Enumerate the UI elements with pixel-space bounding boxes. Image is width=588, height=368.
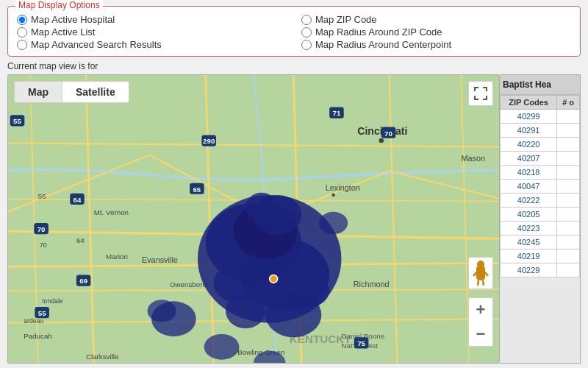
radio-advanced-search-label: Map Advanced Search Results [31,39,162,50]
count-cell [557,236,580,250]
table-row[interactable]: 40223 [501,222,580,236]
svg-text:64: 64 [76,236,85,244]
svg-line-79 [483,280,484,286]
svg-text:Lexington: Lexington [326,183,360,192]
count-cell [557,124,580,138]
table-row[interactable]: 40299 [501,110,580,124]
table-row[interactable]: 40207 [501,152,580,166]
radio-active-list[interactable]: Map Active List [17,26,287,38]
radio-zip-code[interactable]: Map ZIP Code [301,14,571,25]
count-cell [557,263,580,277]
svg-point-66 [319,212,348,234]
radio-zip-code-input[interactable] [301,15,312,25]
zoom-out-button[interactable]: − [468,322,493,347]
map-type-satellite-button[interactable]: Satellite [62,81,129,103]
pegman-button[interactable] [468,257,493,289]
table-row[interactable]: 40291 [501,124,580,138]
zip-code-cell[interactable]: 40299 [501,110,557,124]
svg-point-59 [265,292,321,337]
zip-code-cell[interactable]: 40223 [501,222,557,236]
zoom-in-button[interactable]: + [468,297,493,322]
zip-code-cell[interactable]: 40222 [501,194,557,208]
svg-text:71: 71 [333,109,341,117]
count-cell [557,222,580,236]
svg-text:64: 64 [74,196,82,204]
count-cell [557,152,580,166]
svg-text:Evansville: Evansville [142,255,178,264]
svg-line-76 [473,272,476,276]
map-type-map-button[interactable]: Map [14,81,62,103]
radio-radius-zip-input[interactable] [301,27,312,38]
radio-active-list-label: Map Active List [31,26,95,38]
zip-code-cell[interactable]: 40220 [501,138,557,152]
map-container[interactable]: Map Satellite [7,74,500,364]
svg-point-56 [245,193,277,222]
radio-active-hospital[interactable]: Map Active Hospital [17,14,287,25]
table-row[interactable]: 40205 [501,208,580,222]
map-svg: Cincinnati Mason Lexington Evansville Ow… [8,75,499,363]
svg-text:Paducah: Paducah [24,332,52,340]
zip-code-cell[interactable]: 40219 [501,250,557,263]
radio-radius-zip-label: Map Radius Around ZIP Code [315,26,442,38]
svg-text:70: 70 [40,241,47,249]
zip-code-cell[interactable]: 40207 [501,152,557,166]
radio-active-hospital-label: Map Active Hospital [31,14,115,25]
svg-text:69: 69 [79,277,87,285]
svg-text:Marion: Marion [106,252,128,261]
count-cell [557,194,580,208]
svg-text:65: 65 [193,185,201,194]
map-options-legend: Map Display Options [15,0,103,10]
expand-icon [474,87,487,100]
table-row[interactable]: 40218 [501,166,580,180]
radio-radius-zip[interactable]: Map Radius Around ZIP Code [301,26,571,38]
radio-radius-center-label: Map Radius Around Centerpoint [315,39,451,50]
main-content: Map Satellite [0,74,588,368]
svg-point-62 [148,300,176,322]
zip-codes-table: ZIP Codes # o 40299402914022040207402184… [500,95,580,277]
radio-active-hospital-input[interactable] [17,15,27,25]
svg-text:ardeau: ardeau [24,317,43,325]
map-options-grid: Map Active Hospital Map ZIP Code Map Act… [17,14,571,50]
svg-text:55: 55 [38,192,46,200]
current-map-view: Current map view is for [7,61,581,71]
table-row[interactable]: 40220 [501,138,580,152]
map-options-panel: Map Display Options Map Active Hospital … [7,6,581,57]
svg-text:70: 70 [37,225,46,233]
svg-text:Owensboro: Owensboro [170,280,207,289]
table-row[interactable]: 40229 [501,263,580,277]
svg-line-78 [478,280,478,286]
svg-point-60 [226,294,265,329]
table-row[interactable]: 40245 [501,236,580,250]
svg-point-21 [331,194,334,197]
svg-text:Mt. Vernon: Mt. Vernon [94,208,129,216]
map-controls-top: Map Satellite [14,81,129,103]
zip-code-cell[interactable]: 40047 [501,180,557,194]
radio-radius-center-input[interactable] [301,40,312,50]
svg-point-18 [379,138,384,144]
page-container: Map Display Options Map Active Hospital … [0,0,588,368]
count-cell [557,180,580,194]
radio-radius-center[interactable]: Map Radius Around Centerpoint [301,39,571,50]
pegman-icon [473,260,489,286]
svg-line-77 [485,272,488,276]
right-panel-header: Baptist Hea [500,75,580,95]
zip-code-cell[interactable]: 40291 [501,124,557,138]
radio-advanced-search-input[interactable] [17,40,27,50]
zip-codes-header: ZIP Codes [501,96,557,110]
zip-code-cell[interactable]: 40229 [501,263,557,277]
table-row[interactable]: 40219 [501,250,580,263]
svg-text:55: 55 [13,117,21,125]
svg-text:70: 70 [384,130,392,138]
table-row[interactable]: 40222 [501,194,580,208]
count-cell [557,110,580,124]
zip-code-cell[interactable]: 40205 [501,208,557,222]
table-row[interactable]: 40047 [501,180,580,194]
radio-advanced-search[interactable]: Map Advanced Search Results [17,39,287,50]
count-header: # o [557,96,580,110]
svg-point-63 [204,334,240,360]
map-expand-button[interactable] [468,81,493,106]
zip-code-cell[interactable]: 40245 [501,236,557,250]
radio-active-list-input[interactable] [17,27,27,38]
zip-code-cell[interactable]: 40218 [501,166,557,180]
right-panel: Baptist Hea ZIP Codes # o 40299402914022… [500,74,581,364]
